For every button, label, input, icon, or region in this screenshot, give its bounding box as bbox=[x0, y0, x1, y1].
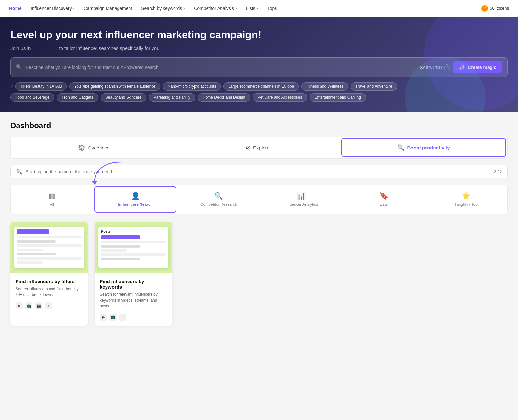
card-thumb-keywords: Posts bbox=[95, 222, 172, 273]
chip-tiktok-beauty[interactable]: TikTok Beauty in LATAM bbox=[15, 82, 67, 91]
chevron-down-icon: ▾ bbox=[183, 6, 185, 10]
card-platforms-keywords: ▶ 📺 ♪ bbox=[100, 314, 167, 321]
help-icon: ? bbox=[444, 64, 450, 70]
hero-subtitle-suffix: to tailor influencer searches specifical… bbox=[59, 45, 159, 51]
svg-marker-0 bbox=[91, 181, 98, 185]
dashboard-title: Dashboard bbox=[10, 121, 508, 130]
how-it-works-button[interactable]: How it works? ? bbox=[416, 64, 450, 70]
mini-row bbox=[101, 245, 140, 248]
person-icon: 👤 bbox=[131, 192, 140, 200]
hero-title: Level up your next influencer marketing … bbox=[10, 28, 508, 41]
boost-icon: 🔍 bbox=[397, 144, 404, 151]
hero-search-bar: 🔍 How it works? ? ✨ Create magic bbox=[10, 57, 508, 77]
magic-wand-icon: ✨ bbox=[459, 64, 466, 70]
main-content: Dashboard 🏠 Overview ⊘ Explore 🔍 Boost p… bbox=[0, 112, 518, 335]
mini-row bbox=[101, 241, 166, 243]
card-desc-filters: Search influencers and filter them by 30… bbox=[16, 286, 83, 298]
tokens-icon: ⊙ bbox=[481, 5, 488, 12]
hero-search-input[interactable] bbox=[26, 65, 413, 70]
mini-tag bbox=[101, 235, 140, 239]
search-count: 2 / 2 bbox=[494, 169, 502, 174]
card-body-keywords: Find influencers by keywords Search for … bbox=[95, 273, 172, 326]
chip-parenting[interactable]: Parenting and Family bbox=[149, 93, 195, 102]
chip-home-decor[interactable]: Home Decor and Design bbox=[198, 93, 250, 102]
nav-campaign-management[interactable]: Campaign Management bbox=[84, 6, 132, 11]
card-platforms-filters: ▶ 📺 📷 ♪ bbox=[16, 302, 83, 309]
star-icon: ⭐ bbox=[462, 192, 470, 200]
all-icon: ▦ bbox=[49, 192, 55, 200]
mini-title: Posts bbox=[101, 229, 166, 233]
create-magic-button[interactable]: ✨ Create magic bbox=[453, 61, 502, 73]
tokens-count: 50 bbox=[490, 6, 494, 11]
chip-travel[interactable]: Travel and Adventure bbox=[351, 82, 397, 91]
hero-subtitle: Join us in to tailor influencer searches… bbox=[10, 45, 508, 51]
chevron-down-icon: ▾ bbox=[73, 6, 75, 10]
mini-row bbox=[17, 244, 82, 247]
dashboard-search-bar: 🔍 2 / 2 bbox=[10, 165, 508, 178]
card-body-filters: Find influencers by filters Search influ… bbox=[10, 273, 88, 315]
nav-influencer-discovery[interactable]: Influencer Discovery ▾ bbox=[31, 6, 75, 11]
hero-subtitle-prefix: Join us in bbox=[10, 45, 31, 51]
card-title-filters: Find influencers by filters bbox=[16, 279, 83, 284]
tab-explore[interactable]: ⊘ Explore bbox=[175, 138, 340, 157]
card-title-keywords: Find influencers by keywords bbox=[100, 279, 167, 290]
card-find-by-keywords[interactable]: Posts Find influencers by keywords Searc… bbox=[95, 222, 172, 326]
chip-tech[interactable]: Tech and Gadgets bbox=[57, 93, 98, 102]
search-icon: 🔍 bbox=[16, 64, 22, 70]
chip-help-icon: ? bbox=[10, 84, 13, 89]
nav-home[interactable]: Home bbox=[9, 6, 22, 11]
nav-competitor-analysis[interactable]: Competitor Analysis ▾ bbox=[194, 6, 237, 11]
card-thumb-filters bbox=[10, 222, 88, 273]
tokens-badge: ⊙ 50 tokens bbox=[481, 5, 509, 12]
chip-youtube-gaming[interactable]: YouTube gaming spanish with female audie… bbox=[69, 82, 160, 91]
dash-search-icon: 🔍 bbox=[16, 169, 22, 175]
category-lists[interactable]: 🔖 Lists bbox=[343, 186, 425, 213]
youtube-icon: ▶ bbox=[16, 302, 23, 309]
tiktok-icon: ♪ bbox=[45, 302, 52, 309]
card-find-by-filters[interactable]: Find influencers by filters Search influ… bbox=[10, 222, 88, 326]
category-all[interactable]: ▦ All bbox=[11, 186, 93, 213]
tokens-label: tokens bbox=[497, 6, 509, 11]
youtube-icon: ▶ bbox=[100, 314, 107, 321]
mini-row bbox=[17, 257, 82, 260]
chip-large-ecommerce[interactable]: Large ecommerce channels in Europe bbox=[223, 82, 299, 91]
category-influencer-analytics[interactable]: 📊 Influencer Analytics bbox=[260, 186, 343, 213]
mini-row bbox=[17, 261, 43, 264]
category-insights-top[interactable]: ⭐ Insights / Top bbox=[425, 186, 507, 213]
lists-icon: 🔖 bbox=[379, 192, 388, 200]
mini-row bbox=[17, 253, 56, 255]
chip-fitness[interactable]: Fitness and Wellness bbox=[301, 82, 348, 91]
category-competitor-research[interactable]: 🔍 Competitor Research bbox=[177, 186, 260, 213]
mini-row bbox=[101, 253, 166, 256]
card-desc-keywords: Search for relevant influencers by keywo… bbox=[100, 292, 167, 309]
mini-row bbox=[101, 258, 140, 260]
tabs-bar: 🏠 Overview ⊘ Explore 🔍 Boost productivit… bbox=[10, 137, 508, 159]
nav-lists[interactable]: Lists ▾ bbox=[246, 6, 258, 11]
category-influencers-search[interactable]: 👤 Influencers Search bbox=[94, 186, 177, 213]
chip-food[interactable]: Food and Beverage bbox=[10, 93, 54, 102]
card-thumb-inner bbox=[14, 227, 84, 268]
curved-arrow-icon bbox=[88, 159, 127, 185]
chevron-down-icon: ▾ bbox=[235, 6, 237, 10]
home-icon: 🏠 bbox=[78, 144, 85, 151]
chip-pet-care[interactable]: Pet Care and Accessories bbox=[253, 93, 307, 102]
analytics-icon: 📊 bbox=[297, 192, 306, 200]
explore-icon: ⊘ bbox=[246, 144, 251, 151]
chip-nano-micro[interactable]: Nano-micro crypto accounts bbox=[163, 82, 221, 91]
tiktok-icon: ♪ bbox=[119, 314, 126, 321]
nav-tops[interactable]: Tops bbox=[267, 6, 277, 11]
chevron-down-icon: ▾ bbox=[257, 6, 258, 10]
twitch-icon: 📺 bbox=[109, 314, 117, 321]
mini-row bbox=[17, 249, 43, 251]
tab-overview[interactable]: 🏠 Overview bbox=[11, 138, 175, 157]
navbar: Home Influencer Discovery ▾ Campaign Man… bbox=[0, 0, 518, 17]
mini-row bbox=[101, 249, 127, 252]
card-thumb-inner-kw: Posts bbox=[98, 227, 168, 268]
tab-boost-productivity[interactable]: 🔍 Boost productivity bbox=[341, 138, 506, 157]
instagram-icon: 📷 bbox=[35, 302, 42, 309]
mini-header bbox=[17, 229, 49, 234]
chip-entertainment[interactable]: Entertainment and Gaming bbox=[310, 93, 366, 102]
cards-row: Find influencers by filters Search influ… bbox=[10, 222, 508, 326]
nav-search-keywords[interactable]: Search by keywords ▾ bbox=[141, 6, 185, 11]
chip-beauty-skincare[interactable]: Beauty and Skincare bbox=[101, 93, 146, 102]
